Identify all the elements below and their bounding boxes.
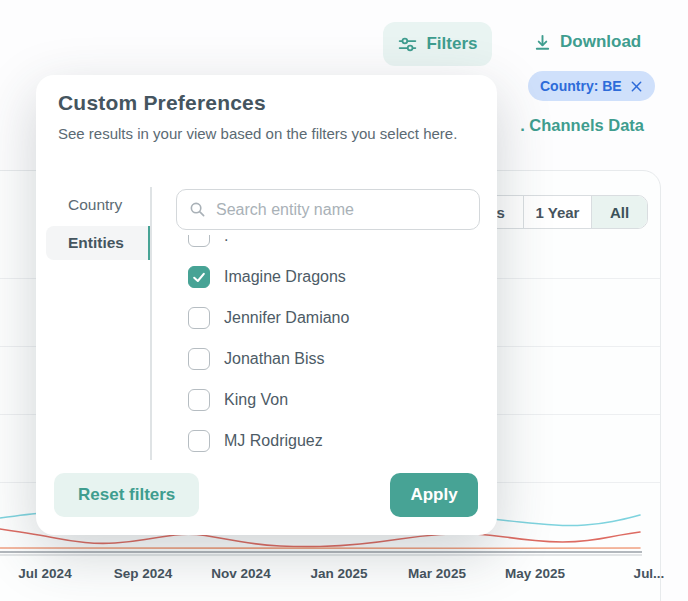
- search-input[interactable]: [214, 200, 467, 220]
- x-axis-labels: Jul 2024 Sep 2024 Nov 2024 Jan 2025 Mar …: [0, 566, 688, 588]
- tab-entities[interactable]: Entities: [46, 226, 152, 260]
- time-range-option-1-year[interactable]: 1 Year: [523, 196, 591, 228]
- entity-list-item[interactable]: .: [176, 235, 480, 256]
- custom-preferences-dialog: Custom Preferences See results in your v…: [36, 75, 497, 535]
- checkbox-unchecked-icon[interactable]: [188, 430, 210, 452]
- entity-label: .: [224, 235, 228, 245]
- x-tick-label: Sep 2024: [114, 566, 173, 581]
- time-range-option-all[interactable]: All: [591, 196, 647, 228]
- channels-data-heading: . Channels Data: [520, 116, 644, 135]
- dialog-description: See results in your view based on the fi…: [58, 123, 468, 144]
- filters-button-label: Filters: [426, 34, 477, 54]
- apply-button[interactable]: Apply: [390, 473, 478, 517]
- filters-button[interactable]: Filters: [383, 22, 492, 66]
- checkbox-unchecked-icon[interactable]: [188, 307, 210, 329]
- x-tick-label: May 2025: [505, 566, 565, 581]
- entity-label: Jennifer Damiano: [224, 309, 349, 327]
- checkbox-unchecked-icon[interactable]: [188, 348, 210, 370]
- entity-list-item[interactable]: King Von: [176, 379, 480, 420]
- x-tick-label: Nov 2024: [211, 566, 270, 581]
- checkbox-checked-icon[interactable]: [188, 266, 210, 288]
- x-tick-label: Jan 2025: [310, 566, 367, 581]
- search-icon: [189, 201, 206, 218]
- x-tick-label: Jul 2024: [18, 566, 71, 581]
- download-icon: [533, 33, 552, 52]
- entity-list-item[interactable]: Imagine Dragons: [176, 256, 480, 297]
- entity-list-item[interactable]: Jonathan Biss: [176, 338, 480, 379]
- checkbox-unchecked-icon[interactable]: [188, 235, 210, 247]
- sliders-icon: [397, 34, 418, 55]
- reset-filters-button[interactable]: Reset filters: [54, 473, 199, 517]
- entity-label: King Von: [224, 391, 288, 409]
- x-tick-label: Mar 2025: [408, 566, 466, 581]
- entity-label: MJ Rodriguez: [224, 432, 323, 450]
- dialog-title: Custom Preferences: [58, 91, 266, 115]
- entity-label: Jonathan Biss: [224, 350, 325, 368]
- entity-search[interactable]: [176, 189, 480, 230]
- x-tick-label: Jul...: [634, 566, 665, 581]
- app-window: 6 Months 1 Year All Jul 2024 Sep 2024 No…: [0, 0, 688, 601]
- sidebar-divider: [150, 187, 152, 460]
- entity-list[interactable]: . Imagine Dragons Jennifer Damiano Jonat…: [176, 235, 480, 463]
- filter-chip-country[interactable]: Country: BE: [528, 71, 655, 101]
- download-button[interactable]: Download: [527, 31, 647, 53]
- chip-close-icon[interactable]: [630, 80, 643, 93]
- entity-list-item[interactable]: MJ Rodriguez: [176, 420, 480, 461]
- filter-chip-label: Country: BE: [540, 78, 622, 94]
- download-button-label: Download: [560, 32, 641, 52]
- entity-list-item[interactable]: Jennifer Damiano: [176, 297, 480, 338]
- checkbox-unchecked-icon[interactable]: [188, 389, 210, 411]
- tab-country[interactable]: Country: [46, 188, 152, 222]
- entity-label: Imagine Dragons: [224, 268, 346, 286]
